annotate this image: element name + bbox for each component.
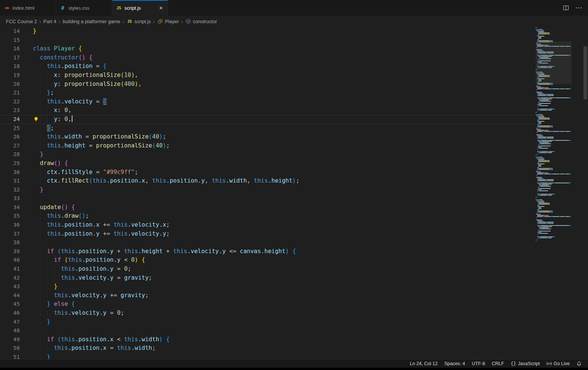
minimap-token (548, 180, 551, 181)
minimap-token (541, 152, 544, 153)
minimap-line (536, 133, 572, 134)
code-token: < (121, 256, 131, 263)
minimap-token (551, 195, 552, 196)
breadcrumb-item-constructor[interactable]: constructor (185, 18, 217, 24)
minimap-token (541, 100, 545, 100)
code-token: , (145, 177, 152, 184)
code-line-24: 24 y: 0, (0, 115, 536, 124)
minimap-token (536, 187, 538, 188)
minimap-token (556, 225, 559, 226)
minimap-line (536, 130, 572, 131)
code-token: ( (54, 160, 57, 167)
minimap-token (536, 85, 537, 86)
indent-guide (40, 318, 47, 325)
breadcrumb-item-building-a-platformer-game[interactable]: building a platformer game (63, 19, 120, 24)
code-token: y (110, 265, 114, 272)
tab-script-js[interactable]: JSscript.js× (112, 0, 168, 16)
status-notifications[interactable] (573, 360, 585, 368)
minimap-token (566, 183, 568, 183)
code-token: . (68, 292, 71, 299)
minimap-line (536, 95, 572, 96)
code-token: ; (152, 345, 155, 351)
line-number: 27 (0, 142, 20, 150)
code-lines[interactable]: 14}1516class Player {17 constructor() {1… (0, 27, 536, 359)
minimap-token (536, 161, 538, 162)
code-text: }; (20, 88, 536, 97)
minimap-token (556, 97, 559, 98)
code-token: . (106, 274, 110, 281)
minimap-token (556, 183, 559, 183)
code-token: 400 (124, 81, 134, 87)
minimap-token (539, 31, 543, 32)
minimap-token (536, 123, 538, 124)
line-number: 50 (0, 344, 20, 353)
close-tab-button[interactable]: × (158, 5, 164, 11)
minimap-line (536, 149, 572, 150)
tab-styles-css[interactable]: #styles.css (56, 0, 112, 16)
breadcrumb-item-player[interactable]: Player (157, 18, 179, 24)
breadcrumb-item-script-js[interactable]: JSscript.js (127, 18, 151, 24)
editor[interactable]: 14}1516class Player {17 constructor() {1… (0, 27, 588, 359)
status-language-mode[interactable]: {}JavaScript (507, 360, 543, 368)
code-token: "#99c9ff" (103, 169, 135, 175)
scrollbar-thumb[interactable] (584, 46, 587, 99)
breadcrumb-item-fcc-course-2[interactable]: FCC Course 2 (6, 19, 37, 24)
minimap-token (542, 151, 545, 152)
code-text: x: proportionalSize(10), (20, 71, 536, 80)
minimap-line (536, 225, 572, 226)
code-token: . (75, 274, 78, 281)
minimap-line (536, 226, 572, 227)
minimap-line (536, 197, 572, 198)
minimap-token (536, 160, 538, 161)
code-token (61, 256, 64, 263)
minimap-token (547, 103, 550, 104)
minimap-token (536, 132, 537, 133)
minimap-token (552, 127, 553, 127)
indent-guide (47, 310, 54, 316)
code-token: velocity (131, 230, 159, 237)
code-token: { (142, 256, 145, 263)
status-encoding[interactable]: UTF-8 (468, 360, 488, 368)
minimap-line (536, 208, 572, 209)
minimap-line (536, 168, 572, 169)
minimap-line (536, 143, 572, 144)
more-actions-button[interactable]: ⋯ (574, 3, 584, 13)
minimap-token (541, 104, 542, 105)
code-token: proportionalSize (65, 81, 121, 87)
code-token: ) (163, 142, 166, 149)
split-editor-button[interactable] (561, 3, 571, 13)
code-token: , (68, 107, 71, 114)
indent-guide (33, 310, 40, 316)
minimap-line (536, 106, 572, 107)
minimap-line (536, 146, 572, 146)
minimap-token (539, 164, 543, 164)
code-text: constructor() { (20, 53, 536, 62)
minimap-token (536, 184, 538, 184)
minimap-token (536, 30, 541, 31)
indent-guide (33, 89, 40, 96)
status-cursor-position[interactable]: Ln 24, Col 12 (406, 360, 441, 368)
status-go-live[interactable]: Go Live (543, 360, 573, 368)
minimap-token (541, 134, 542, 135)
lightbulb-icon[interactable] (33, 116, 39, 122)
breadcrumb-item-part-4[interactable]: Part 4 (43, 19, 56, 24)
minimap-token (539, 212, 542, 212)
status-eol[interactable]: CRLF (488, 360, 507, 368)
minimap-token (540, 160, 547, 161)
minimap-token (550, 225, 553, 226)
status-bar: Ln 24, Col 12Spaces: 4UTF-8CRLF{}JavaScr… (0, 359, 588, 368)
minimap-line (536, 240, 572, 240)
code-token (50, 301, 54, 307)
minimap-token (548, 227, 549, 228)
code-text: this.position = { (20, 62, 536, 71)
tab-index-html[interactable]: <>index.html (0, 0, 56, 16)
code-token: this (124, 336, 138, 343)
status-indentation[interactable]: Spaces: 4 (441, 360, 468, 368)
minimap-line (536, 231, 572, 231)
code-text: } else { (20, 300, 536, 309)
minimap-slider[interactable] (536, 41, 572, 84)
code-token: . (138, 177, 142, 184)
scrollbar[interactable] (583, 27, 588, 359)
minimap-line (536, 131, 572, 132)
line-number: 39 (0, 247, 20, 256)
